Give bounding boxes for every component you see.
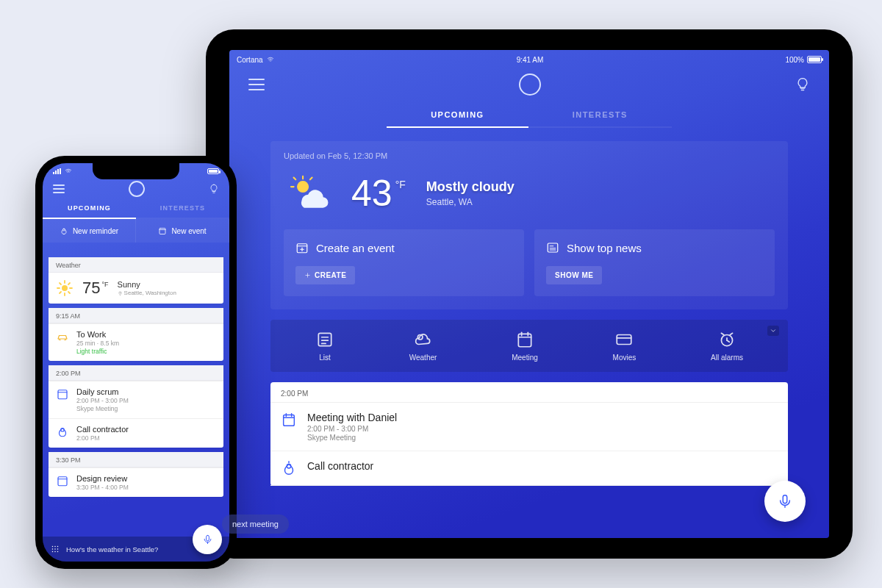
svg-rect-24 <box>617 335 632 345</box>
svg-point-40 <box>62 285 68 291</box>
agenda-item-call-contractor[interactable]: Call contractor 2:00 PM <box>49 418 223 448</box>
car-icon <box>56 330 69 343</box>
svg-rect-52 <box>58 390 67 399</box>
svg-point-50 <box>60 340 61 341</box>
battery-icon <box>807 56 822 63</box>
cortana-logo-icon <box>129 181 145 197</box>
svg-point-57 <box>52 546 54 548</box>
phone-device: UPCOMING INTERESTS New reminder New even… <box>35 156 237 569</box>
tab-interests[interactable]: INTERESTS <box>136 198 229 219</box>
svg-rect-20 <box>518 334 531 346</box>
phone-tabrow: UPCOMING INTERESTS <box>43 198 229 219</box>
suggestion-chip-container: next meeting <box>222 514 289 534</box>
microphone-icon <box>777 492 793 511</box>
agenda-item-daily-scrum[interactable]: Daily scrum 2:00 PM - 3:00 PM Skype Meet… <box>49 381 223 418</box>
weather-location: Seattle, WA <box>426 197 514 207</box>
quick-weather[interactable]: Weather <box>409 330 437 362</box>
show-news-title: Show top news <box>567 242 642 254</box>
battery-icon <box>207 168 219 174</box>
phone-quick-actions: New reminder New event <box>43 219 229 243</box>
tablet-device: Cortana 9:41 AM 100% UPCOMING INTERESTS … <box>206 29 853 559</box>
time-330pm: 3:30 PM <box>49 452 223 467</box>
weather-card: Updated on Feb 5, 12:30 PM 43°F Mostly c… <box>270 141 788 309</box>
tablet-status-bar: Cortana 9:41 AM 100% <box>229 50 829 66</box>
lightbulb-icon[interactable] <box>209 183 219 195</box>
new-event-button[interactable]: New event <box>136 219 229 243</box>
weather-header-label: Weather <box>49 257 223 273</box>
svg-rect-55 <box>58 477 67 486</box>
list-icon <box>315 330 334 349</box>
commute-item[interactable]: To Work 25 min · 8.5 km Light traffic <box>49 323 223 361</box>
agenda-time-2pm: 2:00 PM <box>270 382 788 403</box>
weather-location: Seattle, Washington <box>118 290 176 296</box>
agenda-card: 2:00 PM Meeting with Daniel 2:00 PM - 3:… <box>270 382 788 486</box>
reminder-icon <box>281 460 297 476</box>
tab-upcoming[interactable]: UPCOMING <box>387 103 528 128</box>
svg-point-58 <box>54 546 56 548</box>
microphone-button[interactable] <box>193 525 222 554</box>
tablet-screen: Cortana 9:41 AM 100% UPCOMING INTERESTS … <box>229 50 829 538</box>
create-event-title: Create an event <box>316 242 395 254</box>
updated-label: Updated on Feb 5, 12:30 PM <box>270 141 788 160</box>
news-icon <box>546 241 559 254</box>
agenda-item-design-review[interactable]: Design review 3:30 PM - 4:00 PM <box>49 467 223 497</box>
calendar-plus-icon <box>295 241 309 254</box>
collapse-icon[interactable] <box>767 326 779 336</box>
show-me-button[interactable]: SHOW ME <box>546 266 602 284</box>
svg-point-59 <box>57 546 59 548</box>
lightbulb-icon[interactable] <box>795 76 810 93</box>
statusbar-app-name: Cortana <box>237 56 263 64</box>
quick-actions-card: List Weather Meeting Movies <box>270 320 788 372</box>
calendar-icon <box>281 412 297 428</box>
phone-screen: UPCOMING INTERESTS New reminder New even… <box>43 163 229 562</box>
hamburger-menu-icon[interactable] <box>248 79 265 90</box>
svg-rect-66 <box>206 535 209 541</box>
quick-alarms[interactable]: All alarms <box>711 330 743 362</box>
show-news-card: Show top news SHOW ME <box>534 229 775 296</box>
wifi-icon <box>64 168 73 175</box>
weather-summary[interactable]: 43°F Mostly cloudy Seattle, WA <box>270 160 788 229</box>
tab-interests[interactable]: INTERESTS <box>528 103 672 128</box>
plus-icon <box>304 272 311 279</box>
svg-rect-38 <box>159 229 165 234</box>
agenda-item-meeting-daniel[interactable]: Meeting with Daniel 2:00 PM - 3:00 PM Sk… <box>270 403 788 451</box>
agenda-330pm-card: 3:30 PM Design review 3:30 PM - 4:00 PM <box>49 452 223 497</box>
alarm-icon <box>717 330 736 349</box>
create-button[interactable]: CREATE <box>295 266 355 284</box>
apps-grid-icon[interactable] <box>50 544 60 554</box>
tablet-tabrow: UPCOMING INTERESTS <box>229 103 829 128</box>
weather-temp: 75°F <box>82 279 109 298</box>
svg-point-62 <box>57 548 59 550</box>
suggestion-chip-next-meeting[interactable]: next meeting <box>222 514 289 534</box>
pin-icon <box>118 290 123 296</box>
quick-meeting[interactable]: Meeting <box>512 330 538 362</box>
new-reminder-button[interactable]: New reminder <box>43 219 136 243</box>
weather-card[interactable]: Weather 75°F Sunny Seattle, Washington <box>49 257 223 304</box>
weather-temp: 43°F <box>351 175 406 212</box>
time-915am: 9:15 AM <box>49 308 223 323</box>
svg-rect-36 <box>783 495 787 503</box>
reminder-icon <box>56 425 69 438</box>
svg-rect-31 <box>284 415 295 426</box>
microphone-button[interactable] <box>764 481 806 522</box>
ask-prompt: How's the weather in Seattle? <box>66 545 158 553</box>
phone-notch <box>93 163 179 179</box>
time-200pm: 2:00 PM <box>49 365 223 381</box>
svg-point-61 <box>54 548 56 550</box>
svg-line-3 <box>294 178 296 180</box>
agenda-item-call-contractor[interactable]: Call contractor <box>270 451 788 486</box>
cloud-icon <box>414 330 433 349</box>
svg-line-47 <box>60 292 61 293</box>
quick-list[interactable]: List <box>315 330 334 362</box>
tab-upcoming[interactable]: UPCOMING <box>43 198 136 219</box>
statusbar-clock: 9:41 AM <box>517 56 544 64</box>
svg-line-30 <box>730 333 732 334</box>
weather-condition: Mostly cloudy <box>426 179 514 195</box>
quick-movies[interactable]: Movies <box>613 330 637 362</box>
svg-line-4 <box>310 178 312 180</box>
sun-icon <box>56 279 74 297</box>
hamburger-menu-icon[interactable] <box>53 184 65 193</box>
svg-line-48 <box>68 283 70 284</box>
calendar-icon <box>56 387 69 401</box>
microphone-icon <box>202 533 213 546</box>
